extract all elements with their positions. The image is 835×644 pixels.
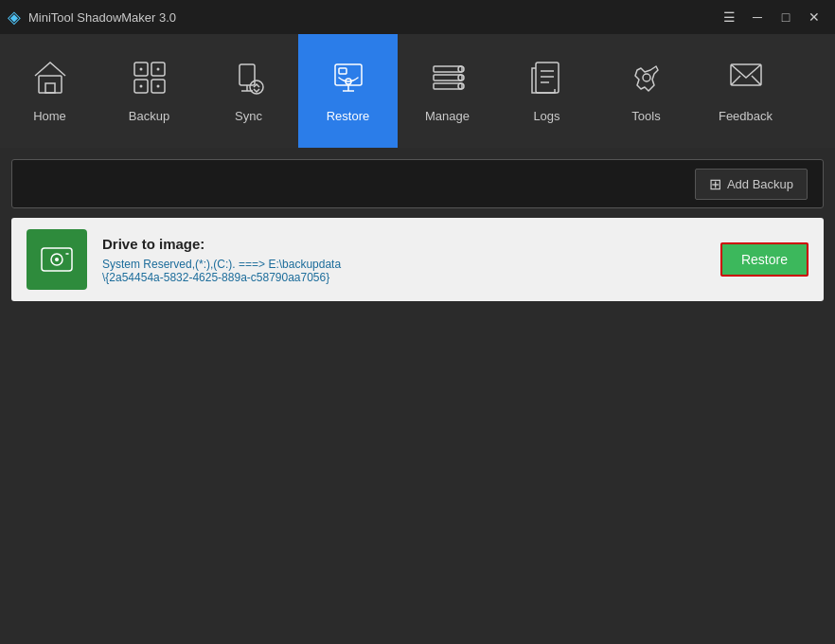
backup-card-icon <box>27 229 87 290</box>
nav-item-sync[interactable]: Sync <box>199 34 298 148</box>
manage-icon <box>429 59 467 101</box>
nav-backup-label: Backup <box>129 109 169 123</box>
svg-line-32 <box>752 76 761 85</box>
menu-button[interactable]: ☰ <box>716 6 742 28</box>
app-logo: ◈ <box>8 7 21 27</box>
add-backup-button[interactable]: ⊞ Add Backup <box>695 169 808 200</box>
nav-home-label: Home <box>33 109 66 123</box>
add-backup-icon: ⊞ <box>709 175 721 193</box>
nav-sync-label: Sync <box>235 109 262 123</box>
svg-point-35 <box>55 258 59 261</box>
backup-card-title: Drive to image: <box>102 236 705 252</box>
svg-rect-1 <box>45 83 55 93</box>
svg-point-22 <box>458 66 464 72</box>
app-title: MiniTool ShadowMaker 3.0 <box>28 10 708 25</box>
nav-item-home[interactable]: Home <box>0 34 99 148</box>
svg-line-31 <box>731 76 740 85</box>
minimize-button[interactable]: ─ <box>744 6 771 28</box>
maximize-button[interactable]: □ <box>773 6 799 28</box>
nav-item-feedback[interactable]: Feedback <box>696 34 795 148</box>
nav-item-tools[interactable]: Tools <box>596 34 696 148</box>
nav-logs-label: Logs <box>533 109 560 123</box>
backup-card-path-line1: System Reserved,(*:),(C:). ===> E:\backu… <box>102 258 705 271</box>
add-backup-label: Add Backup <box>727 177 793 191</box>
window-controls: ☰ ─ □ ✕ <box>716 6 827 28</box>
feedback-icon <box>727 59 765 101</box>
svg-point-23 <box>458 75 464 80</box>
nav-item-backup[interactable]: Backup <box>99 34 199 148</box>
svg-point-29 <box>643 74 650 81</box>
home-icon <box>31 59 69 101</box>
nav-manage-label: Manage <box>425 109 470 123</box>
svg-rect-0 <box>39 76 62 93</box>
navigation-bar: Home Backup <box>0 34 835 148</box>
nav-item-manage[interactable]: Manage <box>398 34 497 148</box>
backup-icon <box>131 59 169 101</box>
title-bar: ◈ MiniTool ShadowMaker 3.0 ☰ ─ □ ✕ <box>0 0 835 34</box>
drive-icon <box>38 241 76 278</box>
tools-icon <box>628 59 666 101</box>
svg-point-24 <box>458 83 464 89</box>
nav-item-restore[interactable]: Restore <box>298 34 398 148</box>
backup-card-info: Drive to image: System Reserved,(*:),(C:… <box>102 236 705 284</box>
nav-feedback-label: Feedback <box>719 109 773 123</box>
svg-rect-25 <box>536 63 559 93</box>
close-button[interactable]: ✕ <box>801 6 827 28</box>
logs-icon <box>528 59 566 101</box>
svg-rect-15 <box>339 68 346 74</box>
main-content: ⊞ Add Backup Drive to image: System Rese… <box>0 148 835 644</box>
nav-item-logs[interactable]: Logs <box>497 34 596 148</box>
nav-restore-label: Restore <box>327 109 370 123</box>
add-backup-bar: ⊞ Add Backup <box>11 159 824 208</box>
nav-tools-label: Tools <box>631 109 660 123</box>
backup-card: Drive to image: System Reserved,(*:),(C:… <box>11 218 824 301</box>
restore-icon <box>329 59 367 101</box>
restore-button[interactable]: Restore <box>720 242 808 277</box>
sync-icon <box>230 59 268 101</box>
backup-card-path-line2: \{2a54454a-5832-4625-889a-c58790aa7056} <box>102 271 705 284</box>
